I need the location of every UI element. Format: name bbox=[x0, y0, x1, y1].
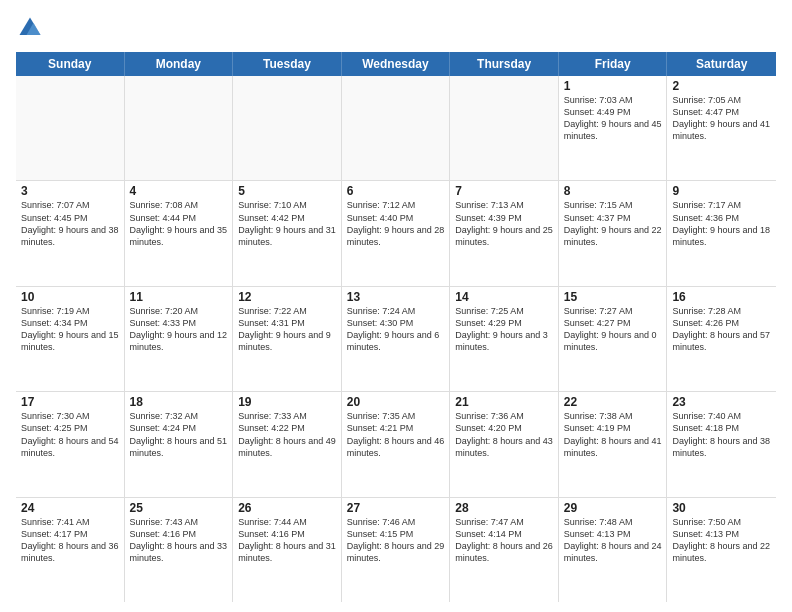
day-info: Sunrise: 7:07 AM Sunset: 4:45 PM Dayligh… bbox=[21, 199, 119, 248]
calendar-day-30: 30Sunrise: 7:50 AM Sunset: 4:13 PM Dayli… bbox=[667, 498, 776, 602]
calendar-header: SundayMondayTuesdayWednesdayThursdayFrid… bbox=[16, 52, 776, 76]
day-info: Sunrise: 7:10 AM Sunset: 4:42 PM Dayligh… bbox=[238, 199, 336, 248]
calendar-day-17: 17Sunrise: 7:30 AM Sunset: 4:25 PM Dayli… bbox=[16, 392, 125, 496]
day-number: 23 bbox=[672, 395, 771, 409]
calendar-day-28: 28Sunrise: 7:47 AM Sunset: 4:14 PM Dayli… bbox=[450, 498, 559, 602]
day-number: 28 bbox=[455, 501, 553, 515]
day-number: 4 bbox=[130, 184, 228, 198]
calendar-day-12: 12Sunrise: 7:22 AM Sunset: 4:31 PM Dayli… bbox=[233, 287, 342, 391]
day-info: Sunrise: 7:05 AM Sunset: 4:47 PM Dayligh… bbox=[672, 94, 771, 143]
logo bbox=[16, 14, 48, 42]
calendar-body: 1Sunrise: 7:03 AM Sunset: 4:49 PM Daylig… bbox=[16, 76, 776, 602]
day-info: Sunrise: 7:25 AM Sunset: 4:29 PM Dayligh… bbox=[455, 305, 553, 354]
calendar-day-1: 1Sunrise: 7:03 AM Sunset: 4:49 PM Daylig… bbox=[559, 76, 668, 180]
day-number: 30 bbox=[672, 501, 771, 515]
page: SundayMondayTuesdayWednesdayThursdayFrid… bbox=[0, 0, 792, 612]
calendar-empty-cell bbox=[125, 76, 234, 180]
calendar-day-8: 8Sunrise: 7:15 AM Sunset: 4:37 PM Daylig… bbox=[559, 181, 668, 285]
day-info: Sunrise: 7:43 AM Sunset: 4:16 PM Dayligh… bbox=[130, 516, 228, 565]
day-info: Sunrise: 7:13 AM Sunset: 4:39 PM Dayligh… bbox=[455, 199, 553, 248]
calendar-day-20: 20Sunrise: 7:35 AM Sunset: 4:21 PM Dayli… bbox=[342, 392, 451, 496]
calendar-day-24: 24Sunrise: 7:41 AM Sunset: 4:17 PM Dayli… bbox=[16, 498, 125, 602]
day-info: Sunrise: 7:46 AM Sunset: 4:15 PM Dayligh… bbox=[347, 516, 445, 565]
calendar-day-4: 4Sunrise: 7:08 AM Sunset: 4:44 PM Daylig… bbox=[125, 181, 234, 285]
day-info: Sunrise: 7:33 AM Sunset: 4:22 PM Dayligh… bbox=[238, 410, 336, 459]
header-day-monday: Monday bbox=[125, 52, 234, 76]
header-day-saturday: Saturday bbox=[667, 52, 776, 76]
header-day-friday: Friday bbox=[559, 52, 668, 76]
calendar-week-2: 3Sunrise: 7:07 AM Sunset: 4:45 PM Daylig… bbox=[16, 181, 776, 286]
logo-icon bbox=[16, 14, 44, 42]
calendar-day-9: 9Sunrise: 7:17 AM Sunset: 4:36 PM Daylig… bbox=[667, 181, 776, 285]
calendar-day-14: 14Sunrise: 7:25 AM Sunset: 4:29 PM Dayli… bbox=[450, 287, 559, 391]
day-info: Sunrise: 7:41 AM Sunset: 4:17 PM Dayligh… bbox=[21, 516, 119, 565]
day-number: 6 bbox=[347, 184, 445, 198]
day-info: Sunrise: 7:27 AM Sunset: 4:27 PM Dayligh… bbox=[564, 305, 662, 354]
calendar-empty-cell bbox=[16, 76, 125, 180]
calendar-day-18: 18Sunrise: 7:32 AM Sunset: 4:24 PM Dayli… bbox=[125, 392, 234, 496]
day-number: 1 bbox=[564, 79, 662, 93]
calendar-day-15: 15Sunrise: 7:27 AM Sunset: 4:27 PM Dayli… bbox=[559, 287, 668, 391]
calendar-week-3: 10Sunrise: 7:19 AM Sunset: 4:34 PM Dayli… bbox=[16, 287, 776, 392]
day-info: Sunrise: 7:28 AM Sunset: 4:26 PM Dayligh… bbox=[672, 305, 771, 354]
calendar-empty-cell bbox=[233, 76, 342, 180]
day-info: Sunrise: 7:48 AM Sunset: 4:13 PM Dayligh… bbox=[564, 516, 662, 565]
calendar-week-5: 24Sunrise: 7:41 AM Sunset: 4:17 PM Dayli… bbox=[16, 498, 776, 602]
day-info: Sunrise: 7:22 AM Sunset: 4:31 PM Dayligh… bbox=[238, 305, 336, 354]
day-number: 10 bbox=[21, 290, 119, 304]
day-number: 12 bbox=[238, 290, 336, 304]
calendar-day-16: 16Sunrise: 7:28 AM Sunset: 4:26 PM Dayli… bbox=[667, 287, 776, 391]
day-info: Sunrise: 7:36 AM Sunset: 4:20 PM Dayligh… bbox=[455, 410, 553, 459]
day-info: Sunrise: 7:03 AM Sunset: 4:49 PM Dayligh… bbox=[564, 94, 662, 143]
day-info: Sunrise: 7:40 AM Sunset: 4:18 PM Dayligh… bbox=[672, 410, 771, 459]
day-number: 15 bbox=[564, 290, 662, 304]
day-info: Sunrise: 7:47 AM Sunset: 4:14 PM Dayligh… bbox=[455, 516, 553, 565]
calendar-week-1: 1Sunrise: 7:03 AM Sunset: 4:49 PM Daylig… bbox=[16, 76, 776, 181]
day-number: 19 bbox=[238, 395, 336, 409]
calendar-day-26: 26Sunrise: 7:44 AM Sunset: 4:16 PM Dayli… bbox=[233, 498, 342, 602]
day-number: 7 bbox=[455, 184, 553, 198]
header-day-tuesday: Tuesday bbox=[233, 52, 342, 76]
day-number: 29 bbox=[564, 501, 662, 515]
day-number: 27 bbox=[347, 501, 445, 515]
day-number: 17 bbox=[21, 395, 119, 409]
day-number: 11 bbox=[130, 290, 228, 304]
calendar-day-21: 21Sunrise: 7:36 AM Sunset: 4:20 PM Dayli… bbox=[450, 392, 559, 496]
calendar-day-23: 23Sunrise: 7:40 AM Sunset: 4:18 PM Dayli… bbox=[667, 392, 776, 496]
day-number: 18 bbox=[130, 395, 228, 409]
day-number: 22 bbox=[564, 395, 662, 409]
header-day-sunday: Sunday bbox=[16, 52, 125, 76]
header bbox=[16, 14, 776, 42]
day-number: 13 bbox=[347, 290, 445, 304]
header-day-thursday: Thursday bbox=[450, 52, 559, 76]
day-info: Sunrise: 7:15 AM Sunset: 4:37 PM Dayligh… bbox=[564, 199, 662, 248]
day-number: 8 bbox=[564, 184, 662, 198]
day-number: 21 bbox=[455, 395, 553, 409]
day-number: 25 bbox=[130, 501, 228, 515]
day-number: 9 bbox=[672, 184, 771, 198]
day-info: Sunrise: 7:35 AM Sunset: 4:21 PM Dayligh… bbox=[347, 410, 445, 459]
calendar-week-4: 17Sunrise: 7:30 AM Sunset: 4:25 PM Dayli… bbox=[16, 392, 776, 497]
day-number: 2 bbox=[672, 79, 771, 93]
day-info: Sunrise: 7:38 AM Sunset: 4:19 PM Dayligh… bbox=[564, 410, 662, 459]
calendar-day-2: 2Sunrise: 7:05 AM Sunset: 4:47 PM Daylig… bbox=[667, 76, 776, 180]
day-number: 20 bbox=[347, 395, 445, 409]
calendar-day-19: 19Sunrise: 7:33 AM Sunset: 4:22 PM Dayli… bbox=[233, 392, 342, 496]
calendar-day-11: 11Sunrise: 7:20 AM Sunset: 4:33 PM Dayli… bbox=[125, 287, 234, 391]
calendar-day-10: 10Sunrise: 7:19 AM Sunset: 4:34 PM Dayli… bbox=[16, 287, 125, 391]
calendar-day-7: 7Sunrise: 7:13 AM Sunset: 4:39 PM Daylig… bbox=[450, 181, 559, 285]
calendar-day-3: 3Sunrise: 7:07 AM Sunset: 4:45 PM Daylig… bbox=[16, 181, 125, 285]
day-number: 24 bbox=[21, 501, 119, 515]
calendar-day-29: 29Sunrise: 7:48 AM Sunset: 4:13 PM Dayli… bbox=[559, 498, 668, 602]
calendar-day-25: 25Sunrise: 7:43 AM Sunset: 4:16 PM Dayli… bbox=[125, 498, 234, 602]
day-number: 5 bbox=[238, 184, 336, 198]
day-info: Sunrise: 7:24 AM Sunset: 4:30 PM Dayligh… bbox=[347, 305, 445, 354]
calendar-empty-cell bbox=[342, 76, 451, 180]
day-number: 14 bbox=[455, 290, 553, 304]
header-day-wednesday: Wednesday bbox=[342, 52, 451, 76]
day-info: Sunrise: 7:17 AM Sunset: 4:36 PM Dayligh… bbox=[672, 199, 771, 248]
calendar-empty-cell bbox=[450, 76, 559, 180]
day-number: 26 bbox=[238, 501, 336, 515]
calendar-day-5: 5Sunrise: 7:10 AM Sunset: 4:42 PM Daylig… bbox=[233, 181, 342, 285]
day-info: Sunrise: 7:19 AM Sunset: 4:34 PM Dayligh… bbox=[21, 305, 119, 354]
